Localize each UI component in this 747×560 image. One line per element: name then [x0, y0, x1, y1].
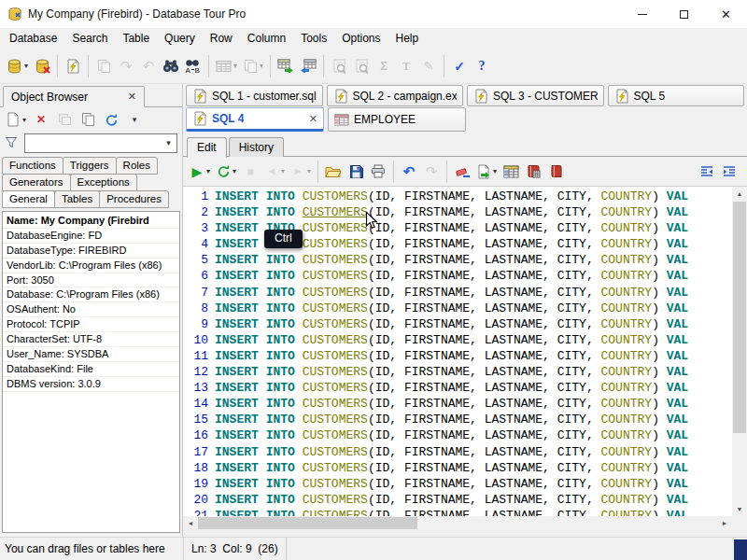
results-grid-button[interactable] — [500, 159, 522, 185]
editor-line[interactable]: 20INSERT INTO CUSTOMERS(ID, FIRSTNAME, L… — [183, 492, 732, 508]
table-hyperlink[interactable]: CUSTOMERS — [303, 205, 368, 219]
editor-line[interactable]: 13INSERT INTO CUSTOMERS(ID, FIRSTNAME, L… — [183, 380, 732, 396]
scroll-up-icon[interactable]: ▲ — [732, 187, 747, 201]
editor-line[interactable]: 19INSERT INTO CUSTOMERS(ID, FIRSTNAME, L… — [183, 476, 732, 492]
editor-line[interactable]: 21INSERT INTO CUSTOMERS(ID, FIRSTNAME, L… — [183, 508, 732, 516]
menu-column[interactable]: Column — [240, 29, 293, 48]
vscrollbar-thumb[interactable] — [733, 202, 746, 433]
object-tab-exceptions[interactable]: Exceptions — [70, 174, 137, 191]
filter-icon[interactable] — [5, 136, 20, 149]
menu-tools[interactable]: Tools — [293, 29, 334, 48]
dropdown-arrow-icon: ▾ — [24, 62, 28, 70]
tab-edit[interactable]: Edit — [187, 137, 227, 158]
close-database-button[interactable] — [31, 53, 53, 79]
editor-line[interactable]: 6INSERT INTO CUSTOMERS(ID, FIRSTNAME, LA… — [183, 268, 732, 284]
help-button[interactable]: ? — [471, 53, 493, 79]
property-row: VendorLib: C:\Program Files (x86) — [3, 259, 179, 273]
close-button[interactable]: ✕ — [705, 0, 747, 28]
indent-right-button[interactable] — [718, 159, 740, 185]
document-tab-sql-3-customer[interactable]: SQL 3 - CUSTOMER_... — [467, 85, 604, 106]
editor-line[interactable]: 1INSERT INTO CUSTOMERS(ID, FIRSTNAME, LA… — [183, 189, 732, 204]
copy-object-button[interactable] — [77, 109, 99, 130]
menu-help[interactable]: Help — [388, 29, 427, 48]
editor-line[interactable]: 12INSERT INTO CUSTOMERS(ID, FIRSTNAME, L… — [183, 364, 732, 380]
folder-icon — [325, 164, 342, 179]
open-database-button[interactable]: ▾ — [4, 53, 31, 79]
more-actions-button[interactable]: ▾ — [123, 109, 146, 130]
close-panel-icon[interactable]: ✕ — [128, 91, 136, 103]
delete-object-button[interactable]: ✕ — [30, 109, 52, 130]
combo-dropdown-icon[interactable]: ▾ — [161, 138, 176, 147]
export-data-button[interactable] — [275, 53, 297, 79]
editor-line[interactable]: 14INSERT INTO CUSTOMERS(ID, FIRSTNAME, L… — [183, 396, 732, 412]
document-tab-sql-4[interactable]: SQL 4✕ — [186, 107, 324, 132]
menu-database[interactable]: Database — [2, 29, 64, 48]
find-next-button[interactable]: AB — [182, 53, 204, 79]
object-tab-generators[interactable]: Generators — [2, 174, 71, 191]
vertical-scrollbar[interactable]: ▲ ▼ — [732, 187, 747, 516]
menu-row[interactable]: Row — [203, 29, 240, 48]
log-grid-button[interactable] — [522, 159, 544, 185]
export-results-button[interactable]: ▾ — [473, 159, 500, 185]
line-code: INSERT INTO CUSTOMERS(ID, FIRSTNAME, LAS… — [215, 332, 688, 348]
toolbar-separator — [88, 55, 89, 77]
document-tab-sql-2-campaign-ex[interactable]: SQL 2 - campaign.ex... — [327, 85, 464, 106]
menu-options[interactable]: Options — [334, 29, 388, 48]
editor-line[interactable]: 15INSERT INTO CUSTOMERS(ID, FIRSTNAME, L… — [183, 412, 732, 427]
scroll-right-icon[interactable]: ► — [717, 516, 732, 530]
object-tab-functions[interactable]: Functions — [2, 157, 63, 175]
document-tab-sql-1-customer-sql[interactable]: SQL 1 - customer.sql — [186, 85, 323, 106]
menu-table[interactable]: Table — [115, 29, 157, 48]
horizontal-scrollbar[interactable]: ◄ ► — [183, 516, 732, 530]
open-log-button[interactable] — [544, 159, 567, 185]
validate-button[interactable]: ✓ — [448, 53, 471, 79]
import-data-button[interactable] — [297, 53, 319, 79]
hscrollbar-thumb[interactable] — [198, 517, 417, 529]
refresh-objects-button[interactable] — [100, 109, 122, 130]
editor-line[interactable]: 16INSERT INTO CUSTOMERS(ID, FIRSTNAME, L… — [183, 427, 732, 443]
scroll-down-icon[interactable]: ▼ — [732, 502, 747, 516]
editor-line[interactable]: 2INSERT INTO CUSTOMERS(ID, FIRSTNAME, LA… — [183, 204, 732, 220]
new-object-button[interactable]: ▾ — [3, 109, 29, 130]
editor-line[interactable]: 7INSERT INTO CUSTOMERS(ID, FIRSTNAME, LA… — [183, 285, 732, 301]
document-tab-sql-5[interactable]: SQL 5 — [608, 85, 745, 106]
object-tab-general[interactable]: General — [2, 190, 55, 208]
editor-line[interactable]: 5INSERT INTO CUSTOMERS(ID, FIRSTNAME, LA… — [183, 252, 732, 268]
scroll-left-icon[interactable]: ◄ — [183, 516, 198, 530]
open-file-button[interactable] — [322, 159, 345, 185]
toolbar-separator — [393, 161, 394, 183]
editor-line[interactable]: 11INSERT INTO CUSTOMERS(ID, FIRSTNAME, L… — [183, 348, 732, 364]
object-tab-tables[interactable]: Tables — [54, 190, 100, 208]
object-tab-roles[interactable]: Roles — [116, 157, 158, 175]
object-filter-combobox[interactable]: ▾ — [24, 133, 177, 153]
line-code: INSERT INTO CUSTOMERS(ID, FIRSTNAME, LAS… — [215, 348, 688, 364]
save-file-button[interactable] — [345, 159, 367, 185]
find-button[interactable] — [160, 53, 182, 79]
binoculars-icon — [162, 59, 179, 74]
indent-left-button[interactable] — [696, 159, 718, 185]
refresh-blue-icon — [104, 112, 119, 127]
document-tab-employee[interactable]: EMPLOYEE — [328, 107, 466, 132]
object-tab-procedures[interactable]: Procedures — [99, 190, 169, 208]
object-browser-tab[interactable]: Object Browser ✕ — [3, 86, 145, 107]
new-sql-window-button[interactable] — [62, 53, 84, 79]
ctrl-tooltip: Ctrl — [264, 230, 303, 248]
execute-button[interactable]: ▶▾ — [187, 159, 213, 185]
minimize-button[interactable] — [621, 0, 663, 28]
editor-line[interactable]: 8INSERT INTO CUSTOMERS(ID, FIRSTNAME, LA… — [183, 301, 732, 316]
print-button[interactable] — [367, 159, 389, 185]
execute-refresh-button[interactable]: ▾ — [213, 159, 239, 185]
editor-line[interactable]: 17INSERT INTO CUSTOMERS(ID, FIRSTNAME, L… — [183, 444, 732, 460]
undo-button[interactable]: ↶ — [398, 159, 420, 185]
db-icon — [7, 59, 22, 74]
editor-line[interactable]: 18INSERT INTO CUSTOMERS(ID, FIRSTNAME, L… — [183, 460, 732, 476]
close-tab-icon[interactable]: ✕ — [309, 113, 317, 125]
maximize-button[interactable] — [663, 0, 705, 28]
editor-line[interactable]: 9INSERT INTO CUSTOMERS(ID, FIRSTNAME, LA… — [183, 316, 732, 332]
menu-search[interactable]: Search — [64, 29, 115, 48]
editor-line[interactable]: 10INSERT INTO CUSTOMERS(ID, FIRSTNAME, L… — [183, 332, 732, 348]
clear-editor-button[interactable] — [451, 159, 473, 185]
tab-history[interactable]: History — [229, 137, 284, 157]
object-tab-triggers[interactable]: Triggers — [63, 157, 117, 175]
menu-query[interactable]: Query — [157, 29, 203, 48]
